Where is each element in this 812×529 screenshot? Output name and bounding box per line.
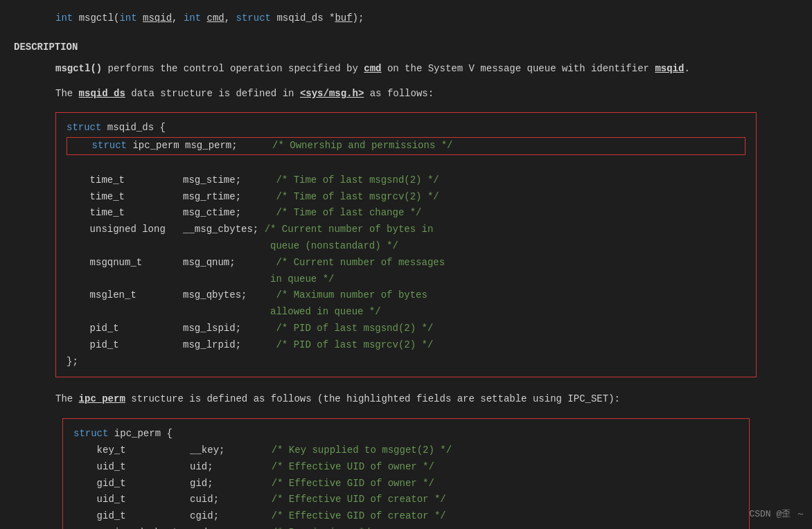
sys-msg-h-link[interactable]: <sys/msg.h> xyxy=(300,88,364,99)
param1-type: int xyxy=(119,12,136,24)
row-key: key_t __key; /* Key supplied to msgget(2… xyxy=(97,445,452,456)
row-uid: uid_t uid; /* Effective UID of owner */ xyxy=(97,461,434,472)
msqid-ds-code: struct msqid_ds { struct ipc_perm msg_pe… xyxy=(67,120,745,370)
highlighted-line-ipc-perm: struct ipc_perm msg_perm; /* Ownership a… xyxy=(67,137,745,155)
row-gid: gid_t gid; /* Effective GID of owner */ xyxy=(97,478,434,489)
ipc-perm-para: The ipc_perm structure is defined as fol… xyxy=(14,391,798,408)
description-para1: msgctl() performs the control operation … xyxy=(14,61,798,78)
cmd-link[interactable]: cmd xyxy=(364,63,381,74)
row-msg-lrpid: pid_t msg_lrpid; /* PID of last msgrcv(2… xyxy=(90,339,434,350)
description-para2: The msqid_ds data structure is defined i… xyxy=(14,86,798,102)
row-msg-qnum: msgqnum_t msg_qnum; /* Current number of… xyxy=(67,257,445,285)
struct-keyword: struct msqid_ds { xyxy=(67,122,166,133)
return-type: int xyxy=(55,12,73,24)
msqid-ds-link[interactable]: msqid_ds xyxy=(79,88,125,99)
ipc-perm-link[interactable]: ipc_perm xyxy=(79,393,125,404)
param3-name: buf xyxy=(335,12,352,24)
param1-name: msqid xyxy=(143,12,172,24)
struct-close: }; xyxy=(67,356,78,367)
section-title-description: DESCRIPTION xyxy=(14,39,798,55)
function-signature: int msgctl(int msqid, int cmd, struct ms… xyxy=(14,7,798,26)
row-msg-stime: time_t msg_stime; /* Time of last msgsnd… xyxy=(90,174,439,186)
param3-struct: struct xyxy=(236,12,271,24)
row-msg-qbytes: msglen_t msg_qbytes; /* Maximum number o… xyxy=(67,289,427,317)
param2-name: cmd xyxy=(207,12,224,24)
row-msg-rtime: time_t msg_rtime; /* Time of last msgrcv… xyxy=(90,191,439,202)
msgctl-func: msgctl() xyxy=(55,63,102,74)
param3-type-name: msqid_ds * xyxy=(276,12,335,24)
row-cuid: uid_t cuid; /* Effective UID of creator … xyxy=(97,494,446,505)
row-msg-cbytes: unsigned long __msg_cbytes; /* Current n… xyxy=(67,224,433,251)
ipc-struct-header: struct ipc_perm { xyxy=(73,428,173,439)
msqid-ds-struct-box: struct msqid_ds { struct ipc_perm msg_pe… xyxy=(55,112,757,377)
row-msg-ctime: time_t msg_ctime; /* Time of last change… xyxy=(90,207,422,218)
csdn-watermark: CSDN @歪 ～ xyxy=(749,508,805,522)
ipc-perm-code: struct ipc_perm { key_t __key; /* Key su… xyxy=(73,426,739,529)
msqid-link[interactable]: msqid xyxy=(655,63,684,74)
row-cgid: gid_t cgid; /* Effective GID of creator … xyxy=(97,510,446,521)
row-msg-lspid: pid_t msg_lspid; /* PID of last msgsnd(2… xyxy=(90,323,434,334)
function-name: msgctl( xyxy=(79,12,120,24)
param2-type: int xyxy=(184,12,201,24)
ipc-perm-struct-box: struct ipc_perm { key_t __key; /* Key su… xyxy=(62,418,750,529)
